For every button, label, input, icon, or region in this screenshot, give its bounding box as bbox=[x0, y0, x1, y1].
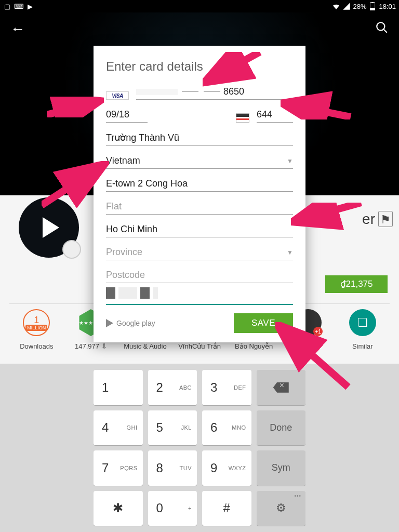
chevron-down-icon: ▼ bbox=[287, 249, 293, 256]
key-2[interactable]: 2ABC bbox=[148, 370, 197, 405]
key-done[interactable]: Done bbox=[257, 410, 306, 446]
annotation-arrow bbox=[42, 161, 109, 208]
status-bar: ▢ ⌨ ▶ 28% 18:01 bbox=[0, 0, 399, 12]
wifi-icon bbox=[332, 2, 340, 10]
svg-rect-1 bbox=[370, 8, 375, 10]
gear-icon: ⚙ bbox=[276, 501, 286, 515]
battery-icon bbox=[368, 2, 377, 10]
lock-icon bbox=[62, 240, 81, 259]
annotation-arrow bbox=[203, 52, 265, 88]
annotation-arrow bbox=[281, 88, 353, 119]
svg-rect-2 bbox=[371, 2, 374, 3]
city-input[interactable]: Ho Chi Minh bbox=[106, 221, 293, 237]
downloads-col[interactable]: 1MILLION Downloads bbox=[9, 309, 64, 350]
clock: 18:01 bbox=[379, 3, 396, 10]
flat-input[interactable]: Flat bbox=[106, 198, 293, 215]
annotation-arrow bbox=[47, 97, 104, 117]
play-store-icon: ▶ bbox=[26, 2, 34, 10]
key-sym[interactable]: Sym bbox=[257, 450, 306, 486]
back-button[interactable]: ← bbox=[10, 21, 25, 37]
key-3[interactable]: 3DEF bbox=[202, 370, 251, 405]
address-input[interactable]: E-town 2 Cong Hoa bbox=[106, 175, 293, 192]
svg-line-7 bbox=[47, 102, 96, 115]
play-icon bbox=[43, 217, 59, 238]
annotation-arrow bbox=[291, 203, 364, 234]
play-icon bbox=[106, 319, 113, 327]
key-1[interactable]: 1 bbox=[94, 370, 143, 405]
cvv-icon bbox=[236, 113, 249, 123]
name-input[interactable]: Trường Thành Vũ bbox=[106, 129, 293, 146]
svg-line-10 bbox=[296, 203, 361, 221]
search-button[interactable] bbox=[375, 21, 389, 36]
svg-point-3 bbox=[377, 22, 384, 30]
key-0[interactable]: 0+ bbox=[148, 491, 197, 526]
country-select[interactable]: Vietnam▼ bbox=[106, 152, 293, 169]
expiry-input[interactable]: 09/18 bbox=[106, 106, 148, 123]
svg-line-11 bbox=[281, 327, 348, 387]
buy-button[interactable]: ₫21,375 bbox=[325, 275, 388, 293]
key-6[interactable]: 6MNO bbox=[202, 410, 251, 446]
visa-icon: VISA bbox=[106, 91, 129, 100]
annotation-arrow bbox=[275, 322, 353, 390]
keyboard-icon: ⌨ bbox=[15, 2, 23, 10]
key-hash[interactable]: # bbox=[202, 491, 251, 526]
card-details-dialog: Enter card details VISA 8650 09/18 644 T… bbox=[94, 46, 305, 342]
google-play-logo: Google play bbox=[106, 319, 155, 327]
gallery-icon: ▢ bbox=[3, 2, 11, 10]
signal-icon bbox=[342, 2, 351, 10]
key-settings[interactable]: •••⚙ bbox=[257, 491, 306, 526]
province-select[interactable]: Province▼ bbox=[106, 244, 293, 260]
svg-line-8 bbox=[286, 104, 351, 117]
captcha-input[interactable] bbox=[106, 287, 293, 305]
key-8[interactable]: 8TUV bbox=[148, 450, 197, 486]
key-9[interactable]: 9WXYZ bbox=[202, 450, 251, 486]
svg-line-6 bbox=[208, 52, 260, 81]
battery-percent: 28% bbox=[353, 3, 366, 10]
app-title: er bbox=[362, 211, 375, 228]
key-star[interactable]: ✱ bbox=[94, 491, 143, 526]
svg-line-9 bbox=[42, 166, 101, 205]
bookmark-button[interactable]: ⚑ bbox=[378, 211, 393, 227]
key-7[interactable]: 7PQRS bbox=[94, 450, 143, 486]
dialog-title: Enter card details bbox=[106, 59, 293, 74]
key-5[interactable]: 5JKL bbox=[148, 410, 197, 446]
key-4[interactable]: 4GHI bbox=[94, 410, 143, 446]
chevron-down-icon: ▼ bbox=[287, 157, 293, 165]
svg-line-4 bbox=[383, 29, 387, 33]
postcode-input[interactable]: Postcode bbox=[106, 267, 293, 283]
